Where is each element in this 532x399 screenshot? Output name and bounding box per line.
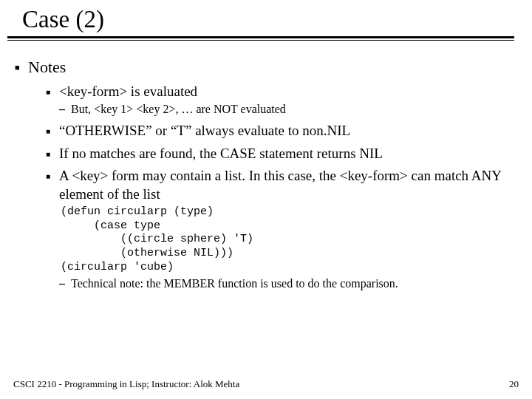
bullet-icon: ■ [44,83,59,117]
footer-left: CSCI 2210 - Programming in Lisp; Instruc… [13,378,239,390]
sub-note: – Technical note: the MEMBER function is… [59,276,520,292]
page-number: 20 [509,378,519,390]
list-item: ■ If no matches are found, the CASE stat… [44,145,520,163]
section-heading: Notes [28,58,66,76]
dash-icon: – [59,276,71,292]
sub-note-text: But, <key 1> <key 2>, … are NOT evaluate… [71,102,520,117]
footer: CSCI 2210 - Programming in Lisp; Instruc… [0,378,532,390]
bullet-icon: ■ [44,122,59,140]
dash-icon: – [59,102,71,117]
item-text: If no matches are found, the CASE statem… [59,145,520,163]
bullet-icon: ■ [44,167,59,291]
bullet-icon: ■ [12,57,28,291]
sub-note-text: Technical note: the MEMBER function is u… [71,276,520,292]
section-notes: ■ Notes ■ <key-form> is evaluated – But,… [12,57,520,291]
bullet-icon: ■ [44,145,59,163]
sub-note: – But, <key 1> <key 2>, … are NOT evalua… [59,102,520,117]
item-text: <key-form> is evaluated [59,83,197,99]
list-item: ■ A <key> form may contain a list. In th… [44,167,520,291]
item-text: A <key> form may contain a list. In this… [59,168,501,202]
list-item: ■ <key-form> is evaluated – But, <key 1>… [44,83,520,117]
code-block: (defun circularp (type) (case type ((cir… [61,205,520,275]
item-text: “OTHERWISE” or “T” always evaluate to no… [59,122,520,140]
content-area: ■ Notes ■ <key-form> is evaluated – But,… [0,41,532,291]
title-rule-thick [7,36,514,38]
list-item: ■ “OTHERWISE” or “T” always evaluate to … [44,122,520,140]
slide-title: Case (2) [0,0,532,36]
